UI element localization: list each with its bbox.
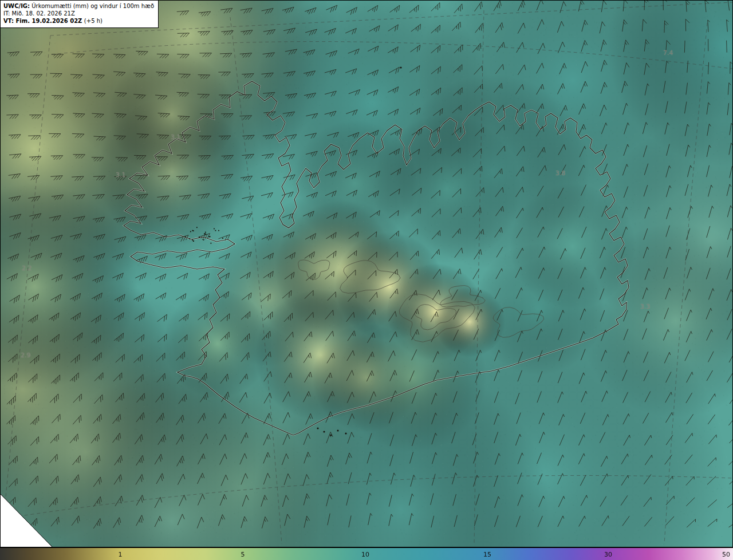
- product-title: Úrkomumætti (mm) og vindur í 100m hæð: [31, 3, 154, 9]
- map-title-box: UWC/IG: Úrkomumætti (mm) og vindur í 100…: [0, 0, 159, 28]
- colorbar-tick-label: 10: [361, 550, 369, 558]
- weather-map-app: UWC/IG: Úrkomumætti (mm) og vindur í 100…: [0, 0, 733, 560]
- valid-time-value: Fim. 19.02.2026 02Z: [16, 18, 82, 24]
- title-line-product: UWC/IG: Úrkomumætti (mm) og vindur í 100…: [3, 2, 154, 10]
- colorbar-tick-label: 1: [119, 550, 123, 558]
- colorbar-tick-label: 15: [483, 550, 491, 558]
- weather-map-canvas: [0, 0, 733, 547]
- colorbar-tick-label: 30: [604, 550, 612, 558]
- colorbar-tick-label: 5: [241, 550, 245, 558]
- model-label: UWC/IG:: [3, 3, 30, 9]
- valid-time-label: VT:: [3, 18, 14, 24]
- colorbar-tick-label: 50: [722, 550, 730, 558]
- title-line-init-time: IT: Mið. 18. 02. 2026 21Z: [3, 10, 154, 17]
- title-line-valid-time: VT: Fim. 19.02.2026 02Z (+5 h): [3, 17, 154, 25]
- precipitation-colorbar: 1510153050: [0, 547, 733, 560]
- valid-time-offset: (+5 h): [84, 18, 103, 24]
